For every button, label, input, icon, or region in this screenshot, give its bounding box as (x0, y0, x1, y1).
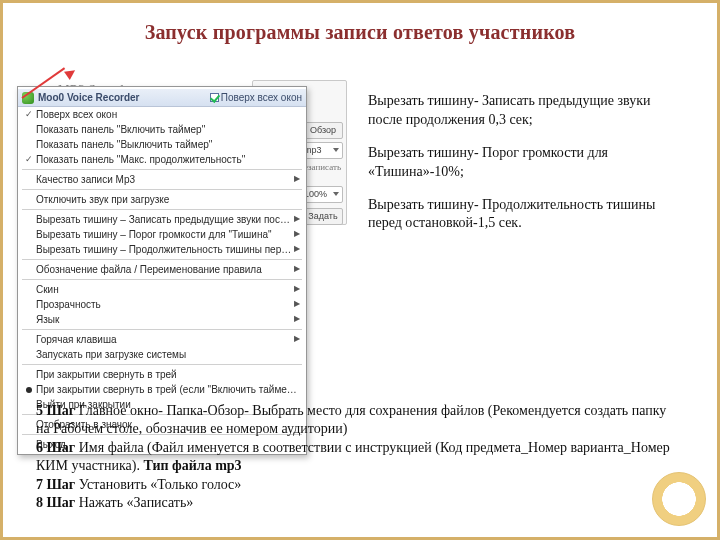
menu-item[interactable]: Качество записи Mp3▶ (18, 172, 306, 187)
menu-item[interactable]: Вырезать тишину – Продолжительность тиши… (18, 242, 306, 257)
menu-item[interactable]: Запускать при загрузке системы (18, 347, 306, 362)
menu-item[interactable]: ✓Показать панель "Макс. продолжительност… (18, 152, 306, 167)
browse-button[interactable]: Обзор (303, 122, 343, 139)
note-line: Вырезать тишину- Порог громкости для «Ти… (368, 144, 688, 182)
chevron-right-icon: ▶ (294, 245, 300, 254)
menu-item[interactable]: Скин▶ (18, 282, 306, 297)
arrow-head-icon (64, 66, 78, 80)
step-line: 7 Шаг Установить «Только голос» (36, 476, 676, 494)
chevron-right-icon: ▶ (294, 285, 300, 294)
chevron-right-icon: ▶ (294, 335, 300, 344)
chevron-right-icon: ▶ (294, 215, 300, 224)
menu-item[interactable]: Прозрачность▶ (18, 297, 306, 312)
bullet-icon (26, 387, 32, 393)
step-line: 8 Шаг Нажать «Записать» (36, 494, 676, 512)
menu-item[interactable]: Вырезать тишину – Порог громкости для "Т… (18, 227, 306, 242)
menu-item[interactable]: Обозначение файла / Переименование прави… (18, 262, 306, 277)
always-on-top-check[interactable]: Поверх всех окон (210, 92, 302, 103)
menu-title: Moo0 Voice Recorder (38, 92, 210, 103)
always-on-top-label: Поверх всех окон (221, 92, 302, 103)
menu-titlebar: Moo0 Voice Recorder Поверх всех окон (18, 89, 306, 107)
menu-item[interactable]: При закрытии свернуть в трей (18, 367, 306, 382)
menu-item[interactable]: Язык▶ (18, 312, 306, 327)
settings-context-menu: Moo0 Voice Recorder Поверх всех окон ✓По… (17, 86, 307, 455)
step-line: 6 Шаг Имя файла (Файл именуется в соотве… (36, 439, 676, 476)
set-button[interactable]: Задать (303, 208, 343, 225)
chevron-right-icon: ▶ (294, 265, 300, 274)
note-line: Вырезать тишину- Записать предыдущие зву… (368, 92, 688, 130)
chevron-right-icon: ▶ (294, 230, 300, 239)
menu-item[interactable]: Вырезать тишину – Записать предыдущие зв… (18, 212, 306, 227)
steps-block: 5 Шаг Главное окно- Папка-Обзор- Выбрать… (36, 402, 676, 513)
note-line: Вырезать тишину- Продолжительность тишин… (368, 196, 688, 234)
chevron-right-icon: ▶ (294, 300, 300, 309)
slide-title: Запуск программы записи ответов участник… (0, 20, 720, 45)
step-line: 5 Шаг Главное окно- Папка-Обзор- Выбрать… (36, 402, 676, 439)
menu-item[interactable]: Показать панель "Выключить таймер" (18, 137, 306, 152)
menu-item[interactable]: Отключить звук при загрузке (18, 192, 306, 207)
menu-item[interactable]: Показать панель "Включить таймер" (18, 122, 306, 137)
chevron-down-icon (333, 148, 339, 152)
menu-item[interactable]: ✓Поверх всех окон (18, 107, 306, 122)
chevron-down-icon (333, 192, 339, 196)
decorative-circle (652, 472, 706, 526)
chevron-right-icon: ▶ (294, 315, 300, 324)
app-screenshot: MP3 Sound Обзор mp3 ерезаписать 100% Зад… (17, 80, 347, 385)
menu-item[interactable]: Горячая клавиша▶ (18, 332, 306, 347)
chevron-right-icon: ▶ (294, 175, 300, 184)
menu-item[interactable]: При закрытии свернуть в трей (если "Вклю… (18, 382, 306, 397)
settings-notes: Вырезать тишину- Записать предыдущие зву… (368, 92, 688, 247)
percent-value: 100% (304, 189, 327, 199)
